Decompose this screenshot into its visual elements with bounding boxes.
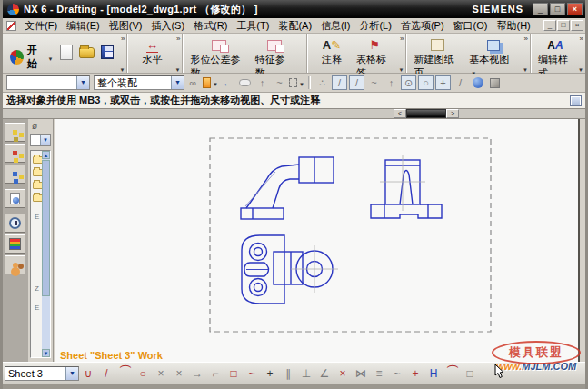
line-icon[interactable]: / [97,365,115,382]
toolbar-options-icon[interactable]: ▼ [578,67,583,73]
snap-point-on-curve-icon[interactable]: ~ [366,75,382,90]
chevron-down-icon[interactable]: ▼ [171,76,184,89]
trim-icon[interactable]: × [170,365,188,382]
palette-combo[interactable]: ▼ [30,134,51,146]
view-front-bracket[interactable] [241,157,334,219]
view-top[interactable] [242,235,338,304]
snap-existing-point-icon[interactable]: + [435,75,451,90]
menu-file[interactable]: 文件(F) [20,18,62,34]
save-button[interactable] [101,45,114,59]
snap-intersection-icon[interactable]: ↑ [384,75,399,90]
menu-information[interactable]: 信息(I) [316,18,354,34]
highlight-icon[interactable]: ▼ [203,75,218,90]
marquee-select-icon[interactable]: ▼ [289,75,304,90]
child-close-button[interactable]: × [571,20,583,31]
snap-end-point-icon[interactable]: / [332,75,347,90]
arc-icon[interactable]: ( [116,364,133,383]
pattern-curve-icon[interactable]: ≡ [370,365,388,382]
palette-scrollbar[interactable]: ▲ ▼ [42,151,50,357]
drawing-canvas[interactable]: Sheet "Sheet 3" Work [55,119,580,362]
start-button[interactable]: 开始 ▼ [6,42,56,73]
new-file-button[interactable] [60,45,72,60]
overflow-icon[interactable]: » [121,35,125,43]
angle-constraint-icon[interactable]: ∠ [315,365,334,382]
fillet-icon[interactable]: × [152,365,170,382]
snap-point-on-line-icon[interactable]: / [453,75,468,90]
reuse-library-tab[interactable] [5,189,25,208]
snap-quadrant-icon[interactable]: ○ [418,75,434,90]
pushpin-icon[interactable]: ø [29,121,52,133]
palettes-tab[interactable] [5,234,25,254]
chevron-down-icon[interactable]: ▼ [76,76,89,89]
menu-preferences[interactable]: 首选项(P) [396,18,449,34]
constraint-navigator-tab[interactable] [5,144,25,163]
scroll-up-icon[interactable]: ▲ [42,151,50,159]
selection-filter-icon[interactable]: ∞ [185,75,201,90]
horizontal-scrollbar[interactable]: < > [394,109,459,118]
overflow-icon[interactable]: » [524,35,528,43]
finish-icon[interactable]: □ [461,365,479,382]
hook-icon[interactable]: ~ [272,75,287,90]
view-side[interactable] [371,155,442,218]
mirror-curve-icon[interactable]: ⋈ [352,365,370,382]
close-button[interactable]: × [567,3,583,15]
menu-tools[interactable]: 工具(T) [232,18,274,34]
profile-icon[interactable]: ∪ [79,365,97,382]
maximize-button[interactable]: □ [550,3,565,15]
snap-mid-point-icon[interactable]: / [349,75,364,90]
child-restore-button[interactable]: □ [557,20,570,31]
palette-list[interactable]: E Z E ▲ ▼ [30,150,51,358]
note-button[interactable]: A✎ 注释 [311,36,353,67]
corner-icon[interactable]: ⌐ [206,365,224,382]
menu-window[interactable]: 窗口(O) [449,18,493,34]
scroll-down-icon[interactable]: ▼ [42,349,50,357]
parallel-constraint-icon[interactable]: ∥ [279,365,297,382]
overflow-icon[interactable]: » [400,35,404,43]
scrollbar-thumb[interactable] [42,160,50,296]
selection-scope-combo[interactable]: 整个装配 ▼ [94,75,184,90]
menu-view[interactable]: 视图(V) [105,18,147,34]
perpendicular-constraint-icon[interactable]: ⊥ [297,365,315,382]
toolbar-options-icon[interactable]: ▼ [119,67,125,73]
open-file-button[interactable] [79,47,95,58]
overflow-icon[interactable]: » [176,35,180,43]
menu-analysis[interactable]: 分析(L) [354,18,395,34]
menu-edit[interactable]: 编辑(E) [62,18,105,34]
rotate-view-icon[interactable] [470,75,485,90]
scroll-left-icon[interactable]: < [394,109,406,118]
horizontal-dimension-button[interactable]: ↔ 水平 [131,36,173,67]
point-icon[interactable]: + [261,365,279,382]
part-navigator-tab[interactable] [5,165,25,184]
base-view-button[interactable]: 基本视图 ▼ [465,36,521,78]
circle-icon[interactable]: ○ [134,365,152,382]
sketch-point-icon[interactable]: + [406,365,424,382]
toolbar-options-icon[interactable]: ▼ [523,67,528,73]
offset-curve-icon[interactable]: ~ [388,365,406,382]
menu-format[interactable]: 格式(R) [189,18,232,34]
document-system-icon[interactable] [6,21,16,31]
menu-insert[interactable]: 插入(S) [146,18,189,34]
overflow-icon[interactable]: » [580,35,583,43]
snap-arc-center-icon[interactable]: ⊙ [401,75,416,90]
minimize-button[interactable]: _ [533,3,548,15]
snap-enable-icon[interactable]: ∴ [314,75,330,90]
chevron-down-icon[interactable]: ▼ [65,367,78,380]
derive-icon[interactable]: ↑ [254,75,270,90]
studio-spline-icon[interactable]: ~ [243,365,261,382]
toolbar-options-icon[interactable]: ▼ [399,67,404,73]
assembly-navigator-tab[interactable] [5,123,25,142]
cloud-icon[interactable] [237,75,253,90]
roles-tab[interactable] [5,255,25,274]
menu-help[interactable]: 帮助(H) [492,18,534,34]
solid-body-icon[interactable] [487,75,503,90]
quick-trim-icon[interactable]: × [334,365,352,382]
extend-icon[interactable]: → [188,365,206,382]
scroll-right-icon[interactable]: > [446,109,459,118]
menu-assemblies[interactable]: 装配(A) [274,18,316,34]
history-tab[interactable] [5,214,25,233]
scrollbar-thumb[interactable] [406,109,446,118]
dimension-icon[interactable]: H [424,365,443,382]
selection-filter-combo[interactable]: ▼ [6,75,90,90]
sheet-selector-combo[interactable]: Sheet 3 ▼ [5,366,79,381]
back-arrow-icon[interactable]: ← [220,75,235,90]
